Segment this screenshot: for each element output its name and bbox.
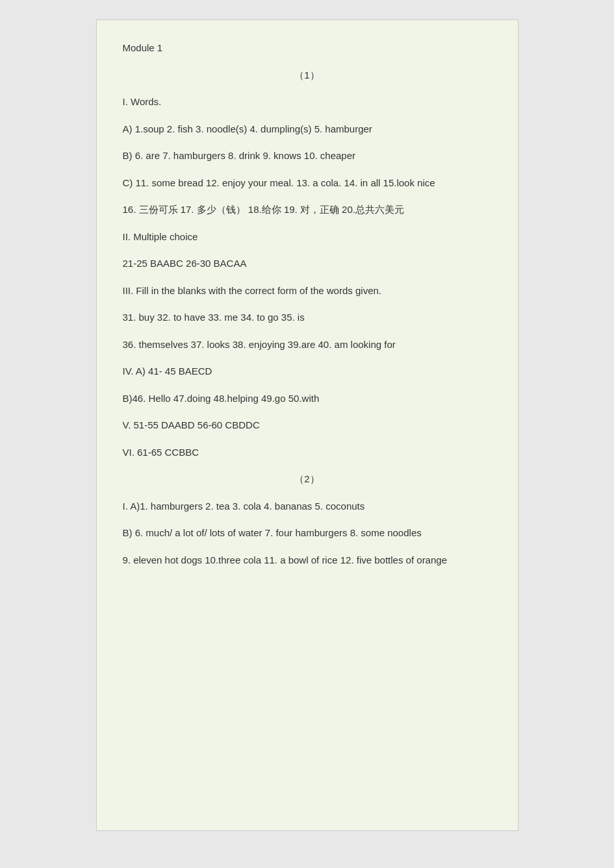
section2-label: II. Multiple choice — [123, 231, 198, 242]
section1-header: I. Words. — [123, 93, 492, 110]
section-d-text: 16. 三份可乐 17. 多少（钱） 18.给你 19. 对，正确 20.总共六… — [123, 204, 404, 215]
section1-label: I. Words. — [123, 96, 162, 107]
section5-label: V. 51-55 DAABD 56-60 CBDDC — [123, 419, 260, 430]
section3-answers1: 31. buy 32. to have 33. me 34. to go 35.… — [123, 312, 305, 323]
section-c: C) 11. some bread 12. enjoy your meal. 1… — [123, 175, 492, 192]
section3-answers2: 36. themselves 37. looks 38. enjoying 39… — [123, 339, 396, 350]
module-title: Module 1 — [123, 40, 492, 56]
section-c-text: C) 11. some bread 12. enjoy your meal. 1… — [123, 177, 435, 188]
part2-section1-answers3: 9. eleven hot dogs 10.three cola 11. a b… — [123, 554, 448, 565]
section6-label: VI. 61-65 CCBBC — [123, 447, 199, 458]
section4-label: IV. A) 41- 45 BAECD — [123, 366, 212, 377]
part2-title: （2） — [123, 471, 492, 488]
section3-header: III. Fill in the blanks with the correct… — [123, 282, 492, 299]
part2-label: （2） — [294, 473, 319, 484]
part1-label: （1） — [294, 69, 319, 81]
section4-line2: B)46. Hello 47.doing 48.helping 49.go 50… — [123, 390, 492, 407]
section6-header: VI. 61-65 CCBBC — [123, 444, 492, 461]
part1-title: （1） — [123, 67, 492, 84]
section2-answers: 21-25 BAABC 26-30 BACAA — [123, 258, 247, 269]
part2-section1-label: I. A)1. hamburgers 2. tea 3. cola 4. ban… — [123, 501, 365, 512]
section3-line2: 36. themselves 37. looks 38. enjoying 39… — [123, 336, 492, 353]
part2-section1-answers2: B) 6. much/ a lot of/ lots of water 7. f… — [123, 527, 422, 538]
section-b: B) 6. are 7. hamburgers 8. drink 9. know… — [123, 147, 492, 164]
section-a: A) 1.soup 2. fish 3. noodle(s) 4. dumpli… — [123, 121, 492, 138]
section4-header: IV. A) 41- 45 BAECD — [123, 363, 492, 380]
section2-content: 21-25 BAABC 26-30 BACAA — [123, 255, 492, 272]
part2-section1-line2: B) 6. much/ a lot of/ lots of water 7. f… — [123, 525, 492, 541]
section5-header: V. 51-55 DAABD 56-60 CBDDC — [123, 417, 492, 434]
part2-section1-header: I. A)1. hamburgers 2. tea 3. cola 4. ban… — [123, 498, 492, 515]
part2-section1-line3: 9. eleven hot dogs 10.three cola 11. a b… — [123, 552, 492, 569]
module-label: Module 1 — [123, 42, 163, 53]
section2-header: II. Multiple choice — [123, 229, 492, 245]
section-a-text: A) 1.soup 2. fish 3. noodle(s) 4. dumpli… — [123, 123, 372, 134]
page: Module 1 （1） I. Words. A) 1.soup 2. fish… — [96, 19, 518, 831]
section4-answers: B)46. Hello 47.doing 48.helping 49.go 50… — [123, 393, 320, 404]
section-d: 16. 三份可乐 17. 多少（钱） 18.给你 19. 对，正确 20.总共六… — [123, 201, 492, 218]
section3-label: III. Fill in the blanks with the correct… — [123, 285, 382, 296]
section3-line1: 31. buy 32. to have 33. me 34. to go 35.… — [123, 309, 492, 326]
section-b-text: B) 6. are 7. hamburgers 8. drink 9. know… — [123, 150, 356, 161]
